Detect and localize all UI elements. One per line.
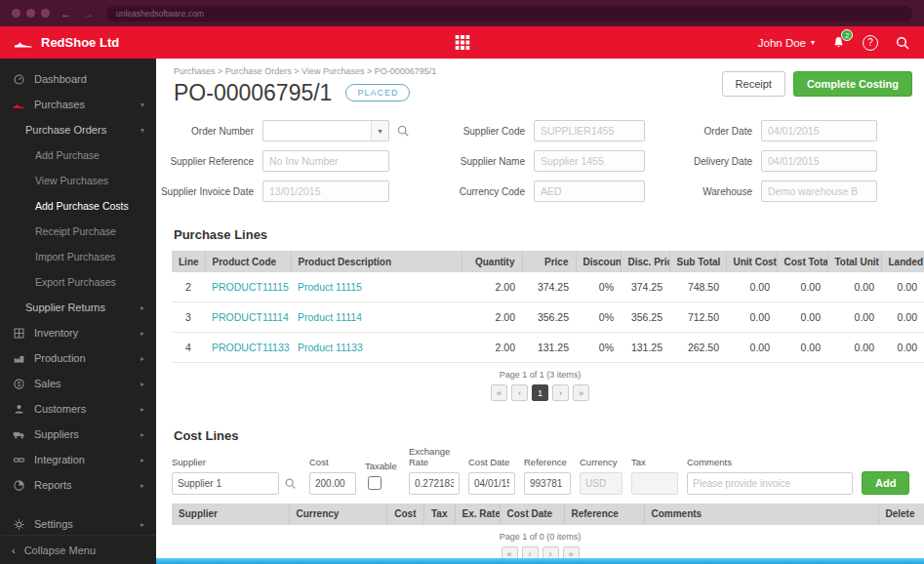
sidebar-item-settings[interactable]: Settings ▸ bbox=[0, 511, 156, 537]
sidebar-item-dashboard[interactable]: Dashboard bbox=[0, 66, 156, 92]
chevron-down-icon: ▾ bbox=[811, 38, 815, 47]
sub-total-cell: 712.50 bbox=[669, 302, 726, 333]
sidebar-item-customers[interactable]: Customers ▸ bbox=[0, 396, 156, 422]
column-header: Ex. Rate bbox=[455, 504, 500, 525]
product-code-link[interactable]: PRODUCT11115 bbox=[212, 281, 289, 293]
window-zoom-button[interactable] bbox=[41, 9, 50, 18]
warehouse-input bbox=[761, 181, 877, 202]
help-button[interactable]: ? bbox=[863, 35, 878, 51]
first-page-button[interactable]: « bbox=[491, 384, 507, 401]
taxable-checkbox[interactable] bbox=[368, 476, 382, 490]
chevron-right-icon: ▸ bbox=[141, 380, 144, 388]
comments-input[interactable] bbox=[687, 472, 853, 495]
delivery-date-label: Delivery Date bbox=[674, 156, 761, 167]
supplier-search-icon[interactable] bbox=[284, 477, 297, 490]
browser-back-icon[interactable]: ← bbox=[60, 8, 72, 20]
product-code-link[interactable]: PRODUCT11114 bbox=[212, 311, 289, 323]
apps-grid-icon bbox=[455, 35, 469, 50]
complete-costing-button[interactable]: Complete Costing bbox=[793, 71, 912, 97]
help-icon: ? bbox=[867, 37, 873, 48]
currency-code-label: Currency Code bbox=[439, 186, 534, 197]
tax-label: Tax bbox=[631, 458, 678, 468]
chevron-down-icon: ▾ bbox=[371, 121, 388, 141]
product-description-link[interactable]: Product 11115 bbox=[298, 281, 362, 293]
sidebar-item-receipt-purchase[interactable]: Receipt Purchase bbox=[0, 219, 156, 244]
sidebar-item-view-purchases[interactable]: View Purchases bbox=[0, 168, 156, 193]
chevron-right-icon: ▸ bbox=[141, 456, 144, 464]
table-row: 2 PRODUCT11115 Product 11115 2.00 374.25… bbox=[172, 272, 924, 302]
page-number-button[interactable]: 1 bbox=[532, 384, 548, 401]
supplier-code-input bbox=[534, 120, 645, 141]
sidebar-item-export-purchases[interactable]: Export Purchases bbox=[0, 269, 156, 295]
chevron-right-icon: ▸ bbox=[141, 430, 144, 439]
product-code-link[interactable]: PRODUCT11133 bbox=[212, 342, 290, 353]
warehouse-label: Warehouse bbox=[674, 186, 761, 197]
last-page-button[interactable]: » bbox=[573, 384, 589, 401]
sidebar-item-reports[interactable]: Reports ▸ bbox=[0, 472, 156, 498]
window-minimize-button[interactable] bbox=[26, 9, 35, 18]
collapse-menu-button[interactable]: ‹ Collapse Menu bbox=[0, 535, 156, 564]
cost-date-input[interactable] bbox=[468, 472, 515, 495]
supplier-reference-input[interactable] bbox=[262, 150, 389, 172]
add-cost-button[interactable]: Add bbox=[862, 471, 909, 495]
reference-input[interactable] bbox=[524, 472, 571, 495]
address-bar[interactable]: unleashedsoftware.com bbox=[106, 6, 912, 21]
order-number-select[interactable]: ▾ bbox=[262, 120, 389, 141]
sidebar-label: View Purchases bbox=[35, 175, 108, 186]
cost-input[interactable] bbox=[309, 472, 356, 495]
column-header: Supplier bbox=[172, 504, 289, 525]
sidebar-label: Customers bbox=[34, 403, 86, 415]
notifications-button[interactable]: 2 bbox=[831, 35, 846, 50]
next-page-button[interactable]: › bbox=[552, 384, 569, 401]
order-number-search-icon[interactable] bbox=[396, 124, 410, 138]
browser-chrome: ← → unleashedsoftware.com bbox=[0, 0, 924, 26]
supplier-label: Supplier bbox=[172, 458, 301, 468]
sidebar-item-production[interactable]: Production ▸ bbox=[0, 345, 156, 371]
apps-grid-button[interactable] bbox=[455, 35, 469, 50]
column-header: Reference bbox=[564, 504, 644, 525]
quantity-cell: 2.00 bbox=[462, 333, 522, 363]
global-search-button[interactable] bbox=[895, 35, 910, 51]
product-description-link[interactable]: Product 11133 bbox=[298, 342, 363, 353]
previous-page-button[interactable]: ‹ bbox=[511, 384, 528, 401]
collapse-chevron-icon: ‹ bbox=[12, 544, 16, 556]
supplier-name-input bbox=[534, 150, 645, 172]
sidebar-label: Integration bbox=[34, 454, 85, 465]
sidebar-label: Purchase Orders bbox=[25, 124, 106, 136]
sidebar-item-purchases[interactable]: Purchases ▾ bbox=[0, 92, 156, 117]
line-number: 2 bbox=[172, 272, 205, 302]
supplier-invoice-date-input[interactable] bbox=[262, 181, 389, 202]
product-description-link[interactable]: Product 11114 bbox=[298, 311, 362, 323]
cost-currency-input bbox=[580, 472, 623, 495]
sidebar-label: Add Purchase Costs bbox=[35, 200, 129, 212]
window-close-button[interactable] bbox=[12, 9, 20, 18]
currency-code-input bbox=[534, 181, 645, 202]
sidebar-item-supplier-returns[interactable]: Supplier Returns ▸ bbox=[0, 295, 156, 320]
brand-home-link[interactable]: RedShoe Ltd bbox=[14, 35, 119, 50]
search-icon bbox=[895, 35, 910, 51]
sidebar-item-suppliers[interactable]: Suppliers ▸ bbox=[0, 422, 156, 447]
sidebar-label: Import Purchases bbox=[35, 251, 115, 262]
receipt-button[interactable]: Receipt bbox=[722, 71, 785, 97]
main-content: Purchases > Purchase Orders > View Purch… bbox=[156, 59, 924, 564]
order-header-form: Order Number ▾ Supplier Reference Suppli… bbox=[156, 120, 924, 202]
sidebar-item-sales[interactable]: $ Sales ▸ bbox=[0, 371, 156, 396]
purchase-lines-table: Line Product Code Product Description Qu… bbox=[172, 251, 924, 363]
browser-forward-icon[interactable]: → bbox=[83, 8, 95, 20]
sidebar-item-integration[interactable]: Integration ▸ bbox=[0, 447, 156, 472]
sidebar-item-inventory[interactable]: Inventory ▸ bbox=[0, 320, 156, 345]
chevron-right-icon: ▸ bbox=[141, 481, 144, 490]
sidebar-item-add-purchase-costs[interactable]: Add Purchase Costs bbox=[0, 193, 156, 219]
sidebar-item-purchase-orders[interactable]: Purchase Orders ▾ bbox=[0, 117, 156, 142]
sidebar-item-add-purchase[interactable]: Add Purchase bbox=[0, 142, 156, 168]
quantity-cell: 2.00 bbox=[462, 302, 522, 333]
cost-supplier-input[interactable] bbox=[172, 472, 279, 495]
sidebar-item-import-purchases[interactable]: Import Purchases bbox=[0, 244, 156, 269]
exchange-rate-input[interactable] bbox=[409, 472, 460, 495]
landed-cost-cell: 0.00 bbox=[881, 302, 924, 333]
order-date-label: Order Date bbox=[674, 126, 761, 137]
disc-price-cell: 356.25 bbox=[621, 302, 669, 333]
user-menu[interactable]: John Doe ▾ bbox=[758, 37, 815, 49]
purchases-shoe-icon bbox=[12, 99, 25, 111]
sidebar-label: Export Purchases bbox=[35, 276, 116, 288]
